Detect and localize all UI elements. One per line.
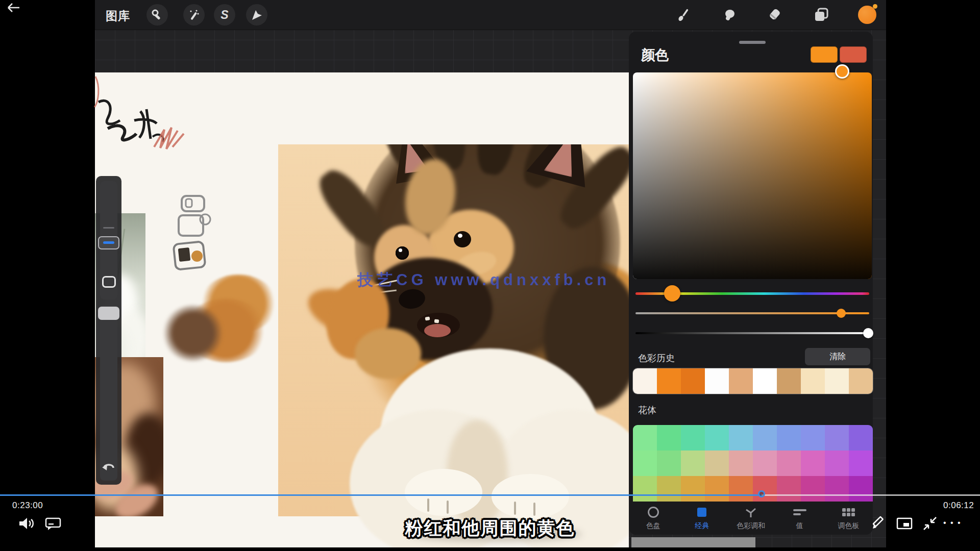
palette-swatch[interactable] [753,450,777,476]
palette-swatch[interactable] [825,450,849,476]
color-history-row [633,368,873,394]
smudge-tool-button[interactable] [719,4,741,26]
red-scribble-artwork [151,122,197,158]
active-color-circle [858,6,876,24]
palette-swatch[interactable] [801,476,825,502]
transform-arrow-icon [251,9,262,20]
panel-drag-handle[interactable] [739,41,766,44]
brush-opacity-handle[interactable] [98,307,119,320]
palette-swatch[interactable] [729,476,753,502]
palette-grid [633,425,873,502]
palette-swatch[interactable] [657,425,681,450]
layers-button[interactable] [811,4,832,26]
history-swatch[interactable] [777,368,801,394]
brush-opacity-slider[interactable] [100,305,117,481]
letterbox-bottom [0,547,980,551]
palette-swatch[interactable] [681,425,705,450]
palette-swatch[interactable] [753,425,777,450]
progress-bar-remaining[interactable] [762,494,980,496]
saturation-slider[interactable] [635,312,869,314]
history-swatch[interactable] [705,368,729,394]
watermark-text: 技艺CG www.qdnxxfb.cn [357,269,610,291]
size-handle-accent [103,241,114,244]
brush-icon [677,8,691,21]
eraser-tool-button[interactable] [764,4,786,26]
picker-knob[interactable] [835,64,849,79]
clear-history-button[interactable]: 清除 [805,348,870,365]
remaining-time: 0:06:12 [943,500,974,511]
palette-swatch[interactable] [825,476,849,502]
current-time: 0:23:00 [12,500,43,511]
palette-swatch[interactable] [681,450,705,476]
hue-knob[interactable] [664,285,680,302]
back-button[interactable] [6,1,21,14]
transform-button[interactable] [246,4,267,26]
brush-sidebar [96,176,121,485]
eraser-icon [768,8,781,21]
palette-swatch[interactable] [801,425,825,450]
palette-swatch[interactable] [753,476,777,502]
layers-icon [814,8,828,22]
history-swatch[interactable] [825,368,849,394]
brightness-knob[interactable] [863,328,873,338]
color-panel-title: 颜色 [641,46,669,64]
palette-swatch[interactable] [705,425,729,450]
palette-swatch[interactable] [849,450,873,476]
palette-swatch[interactable] [801,450,825,476]
palette-swatch[interactable] [729,450,753,476]
puppy-painting-artwork [278,144,629,547]
more-options-button[interactable]: • • • [943,518,962,528]
gallery-button[interactable]: 图库 [106,8,130,24]
color-picker-overlay [633,72,872,279]
palette-swatch[interactable] [633,425,657,450]
history-swatch[interactable] [729,368,753,394]
selection-button[interactable]: S [214,4,235,26]
secondary-color-swatch[interactable] [840,46,867,63]
palette-swatch[interactable] [729,425,753,450]
palette-swatch[interactable] [849,476,873,502]
palette-swatch[interactable] [657,476,681,502]
progress-knob[interactable] [758,490,765,497]
modify-button[interactable] [102,276,116,288]
palette-swatch[interactable] [777,476,801,502]
palette-swatch[interactable] [633,450,657,476]
palette-swatch[interactable] [705,476,729,502]
palette-name-label: 花体 [638,404,656,416]
color-history-label: 色彩历史 [638,352,675,364]
palette-swatch[interactable] [825,425,849,450]
history-swatch[interactable] [657,368,681,394]
adjustments-button[interactable] [183,4,205,26]
progress-bar-played[interactable] [0,494,762,496]
screen: 技艺CG www.qdnxxfb.cn 图库 S [0,0,980,551]
history-swatch[interactable] [633,368,657,394]
palette-swatch[interactable] [705,450,729,476]
magic-wand-icon [188,9,200,20]
palette-swatch[interactable] [657,450,681,476]
actions-wrench-button[interactable] [146,4,168,26]
history-swatch[interactable] [753,368,777,394]
color-button[interactable] [856,4,878,26]
history-swatch[interactable] [801,368,825,394]
exit-fullscreen-button[interactable] [922,515,938,532]
color-panel: 颜色 色彩历史 清除 花体 色盘 经典 [629,32,873,535]
smudge-finger-icon [723,8,737,21]
wrench-icon [152,9,163,20]
undo-icon[interactable] [102,461,116,474]
palette-swatch[interactable] [777,425,801,450]
palette-swatch[interactable] [777,450,801,476]
selection-s-icon: S [220,8,228,22]
size-tick [103,227,114,229]
pip-button[interactable] [896,517,913,530]
brush-tool-button[interactable] [673,4,695,26]
palette-swatch[interactable] [849,425,873,450]
write-comment-button[interactable] [870,514,887,532]
history-swatch[interactable] [849,368,873,394]
paint-blob-artwork [162,305,224,361]
history-swatch[interactable] [681,368,705,394]
brush-size-handle[interactable] [98,236,119,249]
saturation-knob[interactable] [837,309,846,318]
brightness-slider[interactable] [635,332,869,334]
palette-swatch[interactable] [681,476,705,502]
palette-swatch[interactable] [633,476,657,502]
primary-color-swatch[interactable] [811,46,838,63]
